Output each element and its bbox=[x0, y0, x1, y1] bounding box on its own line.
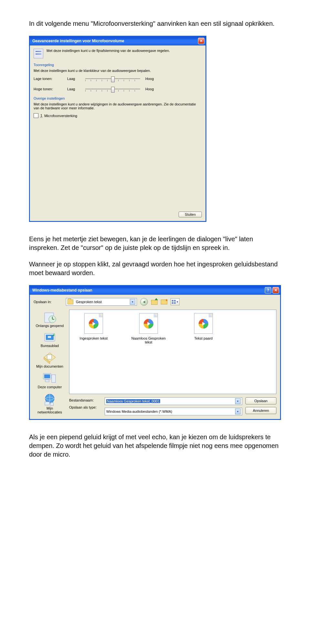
slider-end-high: Hoog bbox=[145, 77, 158, 81]
svg-rect-6 bbox=[48, 336, 51, 338]
checkbox-index: 1 bbox=[40, 114, 42, 118]
titlebar[interactable]: Geavanceerde instellingen voor Microfoon… bbox=[30, 36, 206, 45]
equalizer-icon bbox=[34, 49, 43, 58]
filetype-label: Opslaan als type: bbox=[69, 405, 101, 409]
place-label: Deze computer bbox=[38, 385, 62, 389]
svg-rect-16 bbox=[45, 402, 49, 405]
save-in-value: Gesproken tekst bbox=[76, 300, 102, 304]
media-file-icon bbox=[84, 313, 103, 334]
mic-boost-checkbox-row[interactable]: 1 Microfoonversterking bbox=[34, 113, 202, 118]
media-file-icon bbox=[194, 313, 213, 334]
paragraph-2: Eens je het metertje ziet bewegen, kan j… bbox=[29, 235, 281, 252]
media-file-icon bbox=[139, 313, 158, 334]
svg-rect-12 bbox=[44, 374, 50, 378]
close-button[interactable]: Sluiten bbox=[179, 212, 202, 217]
place-desktop[interactable]: Bureaublad bbox=[34, 330, 66, 349]
place-label: Onlangs geopend bbox=[36, 324, 64, 328]
file-name: Naamloos Gesproken tekst bbox=[128, 336, 170, 344]
high-tone-row: Hoge tonen: Laag Hoog bbox=[34, 86, 202, 92]
chevron-down-icon[interactable]: ▾ bbox=[235, 398, 241, 404]
slider-end-low: Laag bbox=[67, 77, 80, 81]
slider-end-low: Laag bbox=[67, 87, 80, 91]
file-list[interactable]: Ingesproken tekst Naamloos Gesproken tek… bbox=[69, 310, 276, 394]
cancel-button[interactable]: Annuleren bbox=[245, 407, 276, 414]
high-tone-slider[interactable] bbox=[85, 86, 140, 92]
desktop-icon bbox=[43, 332, 57, 344]
file-name: Tekst paard bbox=[194, 336, 213, 340]
paragraph-1: In dit volgende menu "Microfoonversterki… bbox=[29, 19, 281, 28]
svg-rect-14 bbox=[45, 380, 49, 382]
filename-label: Bestandsnaam: bbox=[69, 398, 101, 402]
low-tone-slider[interactable] bbox=[85, 76, 140, 82]
checkbox-label: Microfoonversterking bbox=[44, 114, 77, 118]
place-computer[interactable]: Deze computer bbox=[34, 371, 66, 390]
place-recent[interactable]: Onlangs geopend bbox=[34, 310, 66, 329]
filetype-value: Windows Media-audiobestanden (*.WMA) bbox=[106, 410, 172, 413]
chevron-down-icon[interactable]: ▾ bbox=[130, 299, 135, 305]
intro-text: Met deze instellingen kunt u de fijnafst… bbox=[46, 49, 170, 58]
dialog-title: Windows-mediabestand opslaan bbox=[32, 288, 92, 292]
documents-icon bbox=[43, 352, 57, 364]
place-network[interactable]: Mijn netwerklocaties bbox=[34, 391, 66, 415]
save-in-label: Opslaan in: bbox=[34, 300, 63, 304]
file-item[interactable]: Ingesproken tekst bbox=[73, 313, 115, 340]
svg-rect-17 bbox=[51, 402, 53, 406]
help-icon[interactable]: ? bbox=[265, 287, 271, 293]
tone-description: Met deze instellingen kunt u de klankkle… bbox=[34, 69, 202, 73]
slider-end-high: Hoog bbox=[145, 87, 158, 91]
section-tone-label: Toonregeling bbox=[34, 63, 202, 67]
view-menu-icon[interactable]: ▾ bbox=[170, 298, 180, 305]
high-tone-label: Hoge tonen: bbox=[34, 87, 62, 91]
save-in-combo[interactable]: Gesproken tekst ▾ bbox=[66, 298, 137, 306]
file-item[interactable]: Tekst paard bbox=[182, 313, 224, 340]
svg-rect-13 bbox=[52, 375, 56, 382]
paragraph-4: Als je een piepend geluid krijgt of met … bbox=[29, 433, 281, 459]
up-folder-icon[interactable] bbox=[151, 299, 158, 305]
low-tone-row: Lage tonen: Laag Hoog bbox=[34, 76, 202, 82]
save-button[interactable]: Opslaan bbox=[245, 397, 276, 404]
titlebar[interactable]: Windows-mediabestand opslaan ? ✕ bbox=[30, 286, 280, 295]
network-icon bbox=[42, 393, 57, 406]
dialog-title: Geavanceerde instellingen voor Microfoon… bbox=[32, 39, 124, 43]
file-item[interactable]: Naamloos Gesproken tekst bbox=[128, 313, 170, 344]
low-tone-label: Lage tonen: bbox=[34, 77, 62, 81]
computer-icon bbox=[42, 372, 57, 385]
filename-input[interactable]: Naamloos Gesproken tekst_0001 ▾ bbox=[105, 397, 242, 405]
section-other-label: Overige instellingen bbox=[34, 96, 202, 100]
checkbox-icon[interactable] bbox=[34, 113, 38, 118]
advanced-settings-dialog: Geavanceerde instellingen voor Microfoon… bbox=[29, 36, 206, 222]
places-bar: Onlangs geopend Bureaublad bbox=[34, 310, 66, 415]
filename-value: Naamloos Gesproken tekst_0001 bbox=[106, 399, 160, 403]
save-file-dialog: Windows-mediabestand opslaan ? ✕ Opslaan… bbox=[29, 285, 281, 420]
place-label: Bureaublad bbox=[41, 344, 59, 348]
recent-icon bbox=[43, 311, 57, 324]
svg-rect-10 bbox=[47, 355, 52, 359]
close-icon[interactable]: ✕ bbox=[273, 287, 279, 293]
new-folder-icon[interactable]: ✦ bbox=[161, 299, 167, 304]
other-description: Met deze instellingen kunt u andere wijz… bbox=[34, 102, 202, 110]
place-documents[interactable]: Mijn documenten bbox=[34, 350, 66, 370]
chevron-down-icon[interactable]: ▾ bbox=[235, 409, 241, 414]
close-icon[interactable]: ✕ bbox=[198, 38, 204, 44]
file-name: Ingesproken tekst bbox=[80, 336, 108, 340]
paragraph-3: Wanneer je op stoppen klikt, zal gevraag… bbox=[29, 260, 281, 277]
folder-icon bbox=[67, 300, 73, 304]
filetype-combo[interactable]: Windows Media-audiobestanden (*.WMA) ▾ bbox=[105, 408, 242, 415]
place-label: Mijn documenten bbox=[36, 364, 63, 368]
back-icon[interactable]: ◄ bbox=[140, 298, 148, 306]
place-label: Mijn netwerklocaties bbox=[34, 406, 65, 414]
